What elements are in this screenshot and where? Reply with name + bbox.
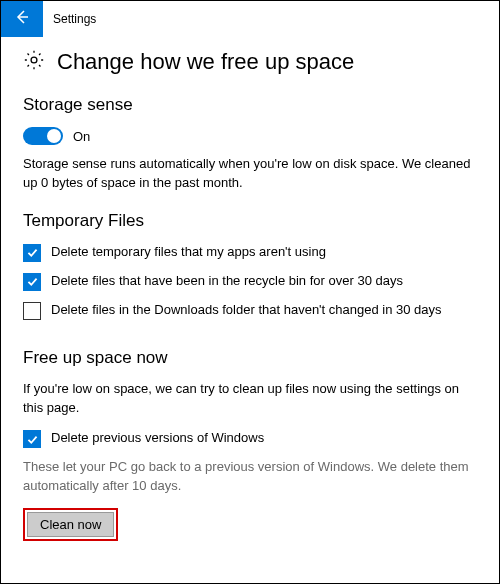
free-up-intro: If you're low on space, we can try to cl… xyxy=(23,380,477,418)
section-title-storage-sense: Storage sense xyxy=(23,95,477,115)
titlebar: Settings xyxy=(1,1,499,37)
checkbox-recycle-bin-label: Delete files that have been in the recyc… xyxy=(51,272,403,290)
toggle-knob xyxy=(47,129,61,143)
page-header: Change how we free up space xyxy=(23,49,477,75)
storage-sense-toggle-label: On xyxy=(73,129,90,144)
prev-versions-note: These let your PC go back to a previous … xyxy=(23,458,477,496)
back-button[interactable] xyxy=(1,1,43,37)
window-title: Settings xyxy=(43,12,96,26)
checkbox-downloads[interactable] xyxy=(23,302,41,320)
clean-now-button[interactable]: Clean now xyxy=(27,512,114,537)
gear-icon xyxy=(23,49,45,75)
arrow-left-icon xyxy=(14,9,30,29)
clean-now-highlight: Clean now xyxy=(23,508,118,541)
checkbox-recycle-bin[interactable] xyxy=(23,273,41,291)
checkbox-downloads-label: Delete files in the Downloads folder tha… xyxy=(51,301,442,319)
page-title: Change how we free up space xyxy=(57,49,354,75)
checkbox-prev-versions-label: Delete previous versions of Windows xyxy=(51,429,264,447)
section-title-free-up: Free up space now xyxy=(23,348,477,368)
storage-sense-description: Storage sense runs automatically when yo… xyxy=(23,155,477,193)
checkbox-temp-files-label: Delete temporary files that my apps aren… xyxy=(51,243,326,261)
svg-point-0 xyxy=(31,57,37,63)
checkbox-temp-files[interactable] xyxy=(23,244,41,262)
checkbox-prev-versions[interactable] xyxy=(23,430,41,448)
storage-sense-toggle[interactable] xyxy=(23,127,63,145)
section-title-temp-files: Temporary Files xyxy=(23,211,477,231)
